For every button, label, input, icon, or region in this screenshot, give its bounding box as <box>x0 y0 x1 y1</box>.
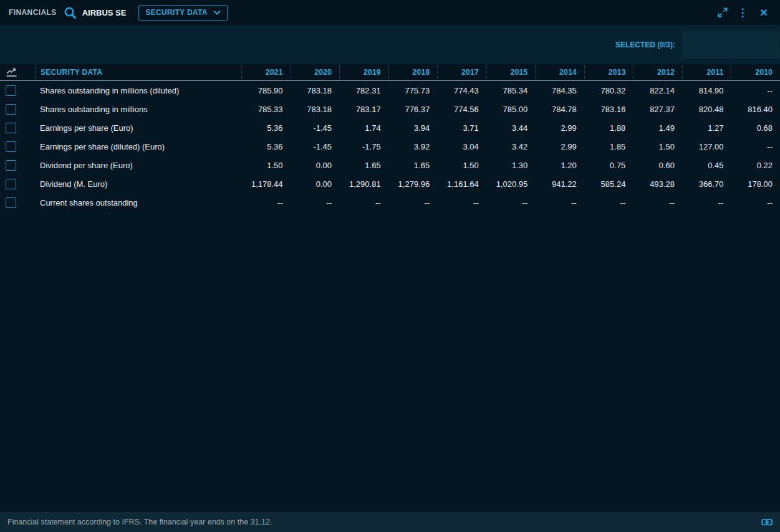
chart-column-header <box>0 67 35 77</box>
chevron-down-icon <box>213 10 221 15</box>
link-icon[interactable] <box>761 518 773 526</box>
checkbox-cell <box>0 104 35 115</box>
row-value: 785.90 <box>241 86 291 95</box>
year-column-header: 2020 <box>291 64 340 80</box>
row-value: 1.50 <box>633 142 682 151</box>
row-value: 0.00 <box>291 161 340 170</box>
row-value: 3.44 <box>486 123 536 133</box>
row-value: -- <box>388 198 438 207</box>
row-checkbox[interactable] <box>6 104 16 115</box>
title-bar: FINANCIALS AIRBUS SE SECURITY DATA <box>0 0 780 25</box>
window-controls: ⋮ ✕ <box>716 5 771 20</box>
table-row: Earnings per share (diluted) (Euro)5.36-… <box>0 137 780 156</box>
row-value: 178.00 <box>731 179 780 189</box>
year-column-header: 2012 <box>633 64 682 80</box>
row-value: 5.36 <box>241 142 291 151</box>
checkbox-cell <box>0 197 35 208</box>
row-checkbox[interactable] <box>6 141 16 152</box>
security-data-dropdown[interactable]: SECURITY DATA <box>138 5 227 21</box>
row-label: Dividend (M. Euro) <box>35 179 241 189</box>
row-value: 1,290.81 <box>339 179 388 189</box>
row-label: Current shares outstanding <box>35 198 241 207</box>
row-value: 493.28 <box>633 179 682 189</box>
row-value: 784.35 <box>535 86 584 95</box>
financials-widget: FINANCIALS AIRBUS SE SECURITY DATA <box>0 0 780 532</box>
row-value: -- <box>241 198 291 207</box>
row-value: 0.00 <box>291 179 340 189</box>
chart-icon <box>6 67 17 77</box>
table-row: Dividend per share (Euro)1.500.001.651.6… <box>0 156 780 174</box>
row-value: 774.56 <box>437 105 486 114</box>
year-column-header: 2021 <box>241 64 291 80</box>
row-value: -- <box>486 198 536 207</box>
row-value: 820.48 <box>682 105 731 114</box>
row-value: 1.50 <box>437 161 486 170</box>
kebab-menu-icon[interactable]: ⋮ <box>735 5 750 20</box>
table-row: Current shares outstanding--------------… <box>0 193 780 212</box>
dropdown-label: SECURITY DATA <box>145 8 207 17</box>
row-checkbox[interactable] <box>6 123 16 133</box>
row-value: 0.22 <box>731 161 780 170</box>
footer-note: Financial statement according to IFRS. T… <box>7 518 272 526</box>
search-icon[interactable] <box>63 6 77 20</box>
row-value: -- <box>584 198 633 207</box>
row-value: 0.45 <box>682 161 731 170</box>
row-checkbox[interactable] <box>6 179 16 189</box>
row-value: 814.90 <box>682 86 731 95</box>
row-value: 1.50 <box>241 161 291 170</box>
year-column-header: 2015 <box>486 64 536 80</box>
row-value: 3.94 <box>388 123 438 133</box>
row-value: 127.00 <box>682 142 731 151</box>
row-value: 784.78 <box>535 105 584 114</box>
checkbox-cell <box>0 123 35 133</box>
row-value: 780.32 <box>584 86 633 95</box>
row-value: 1,178.44 <box>241 179 291 189</box>
row-value: 941.22 <box>535 179 584 189</box>
row-value: 1.88 <box>584 123 633 133</box>
row-value: -1.75 <box>339 142 388 151</box>
row-value: 1.85 <box>584 142 633 151</box>
row-value: 1.49 <box>633 123 682 133</box>
row-value: 783.17 <box>339 105 388 114</box>
row-value: -- <box>731 198 780 207</box>
row-value: 827.37 <box>633 105 682 114</box>
row-value: 0.68 <box>731 123 780 133</box>
table-row: Dividend (M. Euro)1,178.440.001,290.811,… <box>0 174 780 193</box>
row-value: 785.34 <box>486 86 536 95</box>
table-row: Shares outstanding in millions785.33783.… <box>0 100 780 118</box>
table-row: Shares outstanding in millions (diluted)… <box>0 81 780 100</box>
row-value: 783.18 <box>291 105 340 114</box>
row-value: 782.31 <box>339 86 388 95</box>
year-column-header: 2017 <box>437 64 486 80</box>
app-title: FINANCIALS <box>9 8 57 17</box>
row-value: 1,161.64 <box>437 179 486 189</box>
row-value: 816.40 <box>731 105 780 114</box>
row-value: 585.24 <box>584 179 633 189</box>
row-value: 0.60 <box>633 161 682 170</box>
label-column-header: SECURITY DATA <box>35 64 241 80</box>
row-label: Shares outstanding in millions (diluted) <box>35 86 241 95</box>
row-value: 1.30 <box>486 161 536 170</box>
row-value: 1,020.95 <box>486 179 536 189</box>
row-value: 776.37 <box>388 105 438 114</box>
row-value: -- <box>437 198 486 207</box>
selection-input[interactable] <box>682 31 779 59</box>
row-value: 785.33 <box>241 105 291 114</box>
row-label: Dividend per share (Euro) <box>35 161 241 170</box>
row-value: -1.45 <box>291 123 340 133</box>
close-icon[interactable]: ✕ <box>756 5 771 20</box>
row-value: 2.99 <box>535 142 584 151</box>
row-checkbox[interactable] <box>6 197 16 208</box>
row-checkbox[interactable] <box>6 160 16 171</box>
row-value: 775.73 <box>388 86 438 95</box>
row-value: 0.75 <box>584 161 633 170</box>
row-checkbox[interactable] <box>6 85 16 96</box>
year-column-header: 2011 <box>682 64 731 80</box>
expand-icon[interactable] <box>716 6 729 19</box>
row-value: 1.65 <box>388 161 438 170</box>
checkbox-cell <box>0 85 35 96</box>
row-value: 785.00 <box>486 105 536 114</box>
instrument-name[interactable]: AIRBUS SE <box>82 8 127 17</box>
row-value: -- <box>535 198 584 207</box>
row-value: -- <box>682 198 731 207</box>
